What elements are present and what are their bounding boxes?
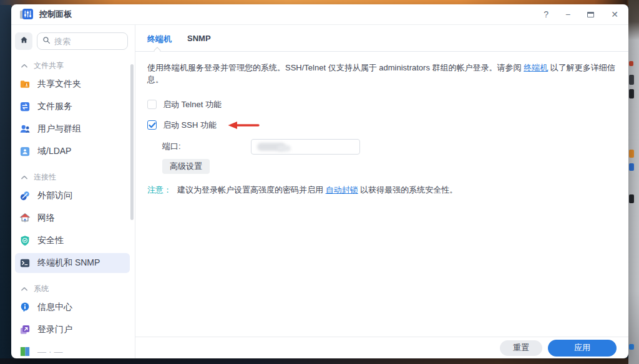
sidebar-item-info-center[interactable]: 信息中心 (15, 297, 130, 317)
tab-terminal[interactable]: 终端机 (147, 34, 172, 45)
sidebar-section-connectivity[interactable]: 连接性 (14, 171, 135, 183)
desktop: 控制面板 ? − ✕ (0, 0, 639, 364)
tab-snmp[interactable]: SNMP (187, 34, 211, 45)
file-services-icon (19, 101, 31, 112)
sidebar-item-network[interactable]: 网络 (15, 208, 130, 228)
sidebar-item-partial[interactable]: — · — (15, 342, 130, 358)
enable-ssh-label: 启动 SSH 功能 (163, 120, 217, 131)
advanced-settings-button[interactable]: 高级设置 (162, 159, 210, 174)
main-pane: 终端机 SNMP 使用终端机服务登录并管理您的系统。SSH/Telnet 仅支持… (135, 25, 628, 358)
sidebar-item-external-access[interactable]: 外部访问 (15, 186, 130, 206)
terminal-help-link[interactable]: 终端机 (524, 63, 548, 72)
home-button[interactable] (15, 32, 32, 50)
reset-button[interactable]: 重置 (500, 340, 542, 356)
sidebar-scrollbar[interactable] (130, 64, 134, 220)
sidebar-item-file-services[interactable]: 文件服务 (15, 97, 130, 117)
maximize-icon[interactable] (587, 12, 594, 17)
window-title: 控制面板 (39, 9, 72, 20)
sidebar-item-users-groups[interactable]: 用户与群组 (15, 119, 130, 139)
note-text: 注意：建议为登录帐户设置高强度的密码并启用 自动封锁 以获得最强的系统安全性。 (147, 184, 616, 196)
minimize-icon[interactable]: − (565, 10, 570, 19)
chevron-up-icon (21, 61, 27, 70)
tab-divider (135, 51, 628, 52)
desktop-edge-strip (628, 0, 639, 364)
domain-ldap-icon (19, 146, 31, 157)
login-portal-icon (19, 324, 31, 335)
note-label: 注意： (147, 185, 172, 194)
sidebar-item-shared-folders[interactable]: 共享文件夹 (15, 74, 130, 94)
sidebar-section-file-sharing[interactable]: 文件共享 (14, 59, 135, 72)
sidebar-item-security[interactable]: 安全性 (15, 231, 130, 251)
chevron-up-icon (21, 284, 27, 293)
terminal-settings-content: 使用终端机服务登录并管理您的系统。SSH/Telnet 仅支持从属于 admin… (135, 52, 628, 337)
search-icon (42, 36, 51, 47)
sidebar: 文件共享 共享文件夹 文件服务 (11, 25, 135, 358)
desktop-icon-sliver (629, 194, 634, 203)
sidebar-item-terminal-snmp[interactable]: 终端机和 SNMP (15, 253, 130, 273)
desktop-icon-sliver (629, 163, 634, 171)
tab-bar: 终端机 SNMP (135, 25, 628, 45)
port-input[interactable] (251, 139, 360, 155)
desktop-icon-sliver (629, 89, 634, 98)
enable-ssh-checkbox[interactable] (147, 120, 157, 130)
annotation-arrow (227, 120, 260, 130)
control-panel-app-icon (20, 8, 33, 21)
search-input[interactable] (54, 37, 117, 46)
auto-block-link[interactable]: 自动封锁 (326, 185, 358, 194)
action-bar: 重置 应用 (135, 337, 628, 358)
shared-folder-icon (19, 79, 31, 90)
sidebar-item-login-portal[interactable]: 登录门户 (15, 320, 130, 340)
home-icon (19, 36, 29, 47)
security-shield-icon (19, 235, 31, 246)
desktop-icon-sliver (629, 75, 634, 85)
enable-telnet-label: 启动 Telnet 功能 (163, 99, 222, 110)
sidebar-item-domain-ldap[interactable]: 域/LDAP (15, 141, 130, 161)
apply-button[interactable]: 应用 (548, 340, 617, 357)
search-box[interactable] (37, 32, 128, 50)
desktop-wallpaper-bottom (0, 358, 639, 364)
desktop-icon-sliver (629, 150, 634, 158)
terminal-icon (19, 257, 31, 269)
chevron-up-icon (21, 173, 27, 181)
control-panel-window: 控制面板 ? − ✕ (11, 4, 628, 358)
desktop-icon-sliver (629, 344, 634, 350)
titlebar: 控制面板 ? − ✕ (11, 4, 628, 25)
enable-telnet-checkbox[interactable] (147, 100, 157, 109)
desktop-icon-sliver (629, 61, 633, 66)
partial-icon (19, 346, 31, 357)
sidebar-section-system[interactable]: 系统 (14, 282, 135, 295)
port-label: 端口: (162, 141, 251, 152)
help-icon[interactable]: ? (544, 10, 549, 19)
port-value-redacted (277, 145, 291, 151)
users-groups-icon (19, 123, 31, 135)
info-center-icon (19, 302, 31, 313)
description-text: 使用终端机服务登录并管理您的系统。SSH/Telnet 仅支持从属于 admin… (147, 62, 616, 86)
network-icon (19, 213, 31, 224)
desktop-wallpaper-left (0, 5, 11, 360)
external-access-icon (19, 190, 31, 201)
close-icon[interactable]: ✕ (611, 10, 618, 19)
